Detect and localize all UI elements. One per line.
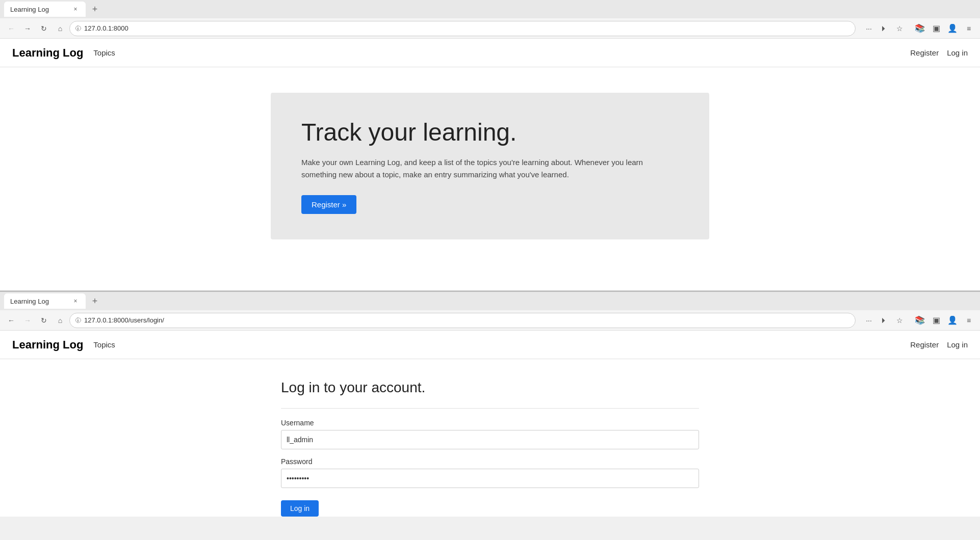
username-input[interactable] xyxy=(281,430,699,449)
site-nav-right-2: Register Log in xyxy=(910,340,968,349)
hamburger-button-2[interactable]: ≡ xyxy=(962,313,976,328)
tab-bar-1: Learning Log × + xyxy=(0,0,980,18)
security-icon-1: 🛈 xyxy=(75,25,81,32)
profile-icon-2[interactable]: 👤 xyxy=(945,313,960,328)
hero-section-1: Track your learning. Make your own Learn… xyxy=(271,93,709,239)
site-nav-right-1: Register Log in xyxy=(910,48,968,57)
more-button-2[interactable]: ··· xyxy=(862,313,876,328)
more-button-1[interactable]: ··· xyxy=(862,21,876,36)
profile-icon-1[interactable]: 👤 xyxy=(945,21,960,36)
browser-window-1: Learning Log × + ← → ↻ ⌂ 🛈 127.0.0.1:800… xyxy=(0,0,980,291)
login-section: Log in to your account. Username Passwor… xyxy=(271,380,709,517)
address-bar-2[interactable]: 🛈 127.0.0.1:8000/users/login/ xyxy=(69,313,856,328)
home-button-1[interactable]: ⌂ xyxy=(53,21,67,36)
new-tab-button-1[interactable]: + xyxy=(88,2,102,16)
star-button-1[interactable]: ☆ xyxy=(892,21,907,36)
home-button-2[interactable]: ⌂ xyxy=(53,313,67,328)
active-tab-1[interactable]: Learning Log × xyxy=(4,2,86,17)
library-icon-2[interactable]: 📚 xyxy=(913,313,927,328)
nav-bar-1: ← → ↻ ⌂ 🛈 127.0.0.1:8000 ··· 🞂 ☆ 📚 ▣ 👤 ≡ xyxy=(0,18,980,39)
address-bar-1[interactable]: 🛈 127.0.0.1:8000 xyxy=(69,21,856,36)
sidebar-icon-2[interactable]: ▣ xyxy=(929,313,943,328)
website-content-2: Learning Log Topics Register Log in Log … xyxy=(0,331,980,517)
login-title: Log in to your account. xyxy=(281,380,699,396)
tab-bar-2: Learning Log × + xyxy=(0,292,980,310)
new-tab-button-2[interactable]: + xyxy=(88,294,102,308)
site-brand-2[interactable]: Learning Log xyxy=(12,338,83,352)
pocket-button-2[interactable]: 🞂 xyxy=(877,313,891,328)
topics-link-2[interactable]: Topics xyxy=(93,340,115,349)
register-button-1[interactable]: Register » xyxy=(301,195,356,214)
back-button-2[interactable]: ← xyxy=(4,313,18,328)
library-icon-1[interactable]: 📚 xyxy=(913,21,927,36)
password-input[interactable] xyxy=(281,469,699,488)
address-text-2: 127.0.0.1:8000/users/login/ xyxy=(84,316,850,324)
site-brand-1[interactable]: Learning Log xyxy=(12,46,83,60)
back-button-1[interactable]: ← xyxy=(4,21,18,36)
register-link-2[interactable]: Register xyxy=(910,340,939,349)
browser-window-2: Learning Log × + ← → ↻ ⌂ 🛈 127.0.0.1:800… xyxy=(0,291,980,517)
toolbar-icons-1: 📚 ▣ 👤 ≡ xyxy=(913,21,976,36)
forward-button-1[interactable]: → xyxy=(20,21,35,36)
password-group: Password xyxy=(281,457,699,488)
hero-title-1: Track your learning. xyxy=(301,118,679,146)
nav-extra-buttons-2: ··· 🞂 ☆ xyxy=(862,313,907,328)
security-icon-2: 🛈 xyxy=(75,317,81,324)
divider-line xyxy=(281,408,699,409)
site-nav-1: Learning Log Topics Register Log in xyxy=(0,39,980,67)
refresh-button-1[interactable]: ↻ xyxy=(37,21,51,36)
tab-label-1: Learning Log xyxy=(10,6,67,13)
login-button[interactable]: Log in xyxy=(281,500,319,517)
refresh-button-2[interactable]: ↻ xyxy=(37,313,51,328)
nav-extra-buttons-1: ··· 🞂 ☆ xyxy=(862,21,907,36)
sidebar-icon-1[interactable]: ▣ xyxy=(929,21,943,36)
login-link-2[interactable]: Log in xyxy=(947,340,968,349)
toolbar-icons-2: 📚 ▣ 👤 ≡ xyxy=(913,313,976,328)
website-content-1: Learning Log Topics Register Log in Trac… xyxy=(0,39,980,290)
topics-link-1[interactable]: Topics xyxy=(93,48,115,57)
hero-desc-1: Make your own Learning Log, and keep a l… xyxy=(301,156,658,181)
username-group: Username xyxy=(281,419,699,449)
hamburger-button-1[interactable]: ≡ xyxy=(962,21,976,36)
nav-bar-2: ← → ↻ ⌂ 🛈 127.0.0.1:8000/users/login/ ··… xyxy=(0,310,980,331)
tab-label-2: Learning Log xyxy=(10,298,67,305)
tab-close-2[interactable]: × xyxy=(71,297,80,305)
pocket-button-1[interactable]: 🞂 xyxy=(877,21,891,36)
forward-button-2[interactable]: → xyxy=(20,313,35,328)
site-nav-2: Learning Log Topics Register Log in xyxy=(0,331,980,359)
username-label: Username xyxy=(281,419,699,427)
password-label: Password xyxy=(281,457,699,466)
register-link-1[interactable]: Register xyxy=(910,48,939,57)
login-link-1[interactable]: Log in xyxy=(947,48,968,57)
star-button-2[interactable]: ☆ xyxy=(892,313,907,328)
address-text-1: 127.0.0.1:8000 xyxy=(84,24,850,32)
active-tab-2[interactable]: Learning Log × xyxy=(4,293,86,309)
hero-wrapper-1: Track your learning. Make your own Learn… xyxy=(0,67,980,290)
tab-close-1[interactable]: × xyxy=(71,5,80,13)
